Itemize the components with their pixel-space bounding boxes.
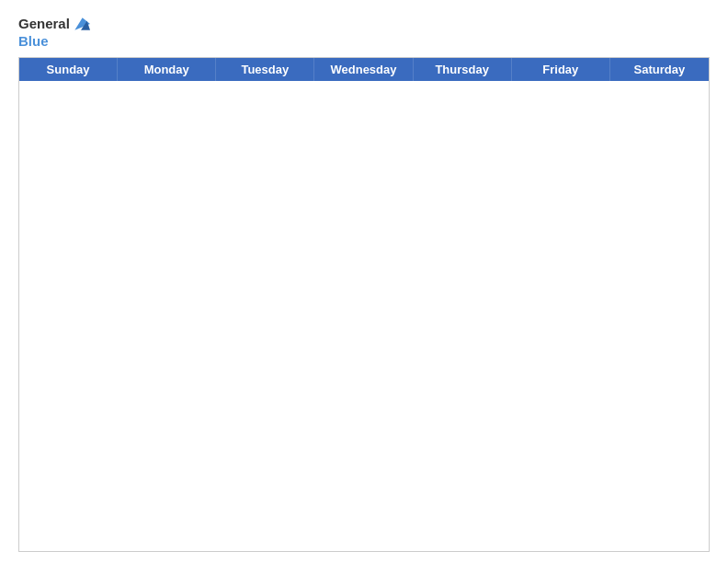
logo-icon (72, 15, 90, 33)
weekday-header-saturday: Saturday (610, 58, 709, 81)
calendar-body (19, 81, 709, 551)
logo-text-blue: Blue (18, 33, 49, 49)
weekday-header-friday: Friday (512, 58, 610, 81)
weekday-header-sunday: Sunday (19, 58, 118, 81)
weekday-header-monday: Monday (118, 58, 216, 81)
weekday-header-tuesday: Tuesday (216, 58, 314, 81)
calendar: SundayMondayTuesdayWednesdayThursdayFrid… (18, 57, 710, 552)
logo-text-general: General (18, 17, 70, 32)
weekday-header-thursday: Thursday (414, 58, 512, 81)
calendar-header-row: SundayMondayTuesdayWednesdayThursdayFrid… (19, 58, 709, 81)
logo: General Blue (18, 15, 90, 50)
weekday-header-wednesday: Wednesday (314, 58, 413, 81)
